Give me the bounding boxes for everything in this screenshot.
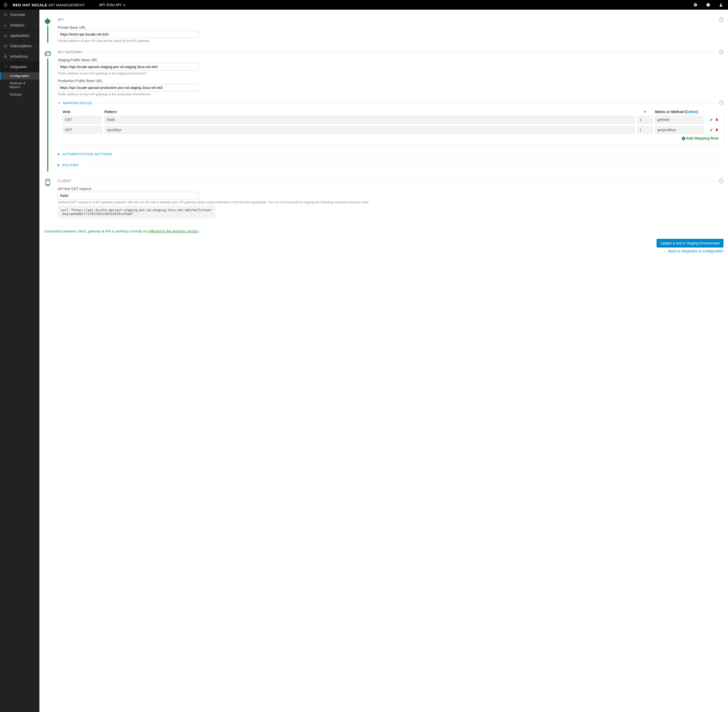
rule-metric-input[interactable]: [655, 126, 703, 134]
mapping-rules-section: ▼ MAPPING RULES ? Verb Pattern +: [58, 101, 724, 145]
section-title: CLIENT: [58, 179, 71, 183]
chart-icon: [4, 24, 7, 27]
curl-command: curl "https://api-3scale-apicast-staging…: [58, 206, 215, 218]
edit-icon[interactable]: [709, 118, 713, 122]
update-test-button[interactable]: Update & test in Staging Environment: [657, 239, 724, 248]
section-api: API ? Private Base URL Private address o…: [44, 17, 724, 43]
collapsible-label: POLICIES: [62, 163, 79, 167]
caret-right-icon: ▶: [58, 153, 60, 156]
col-header-verb: Verb: [62, 110, 102, 114]
section-title: API: [58, 18, 64, 22]
chevron-right-icon: ›: [36, 45, 37, 47]
sidebar-item-analytics[interactable]: Analytics ›: [0, 20, 39, 31]
sidebar-label: Applications: [10, 34, 30, 38]
define-link[interactable]: Define: [686, 110, 697, 114]
sidebar-sub-configuration[interactable]: Configuration: [0, 72, 39, 80]
svg-point-2: [720, 4, 721, 5]
section-title: API GATEWAY: [58, 50, 83, 54]
svg-point-7: [46, 54, 46, 54]
collapsible-label: AUTHENTICATION SETTINGS: [62, 152, 112, 156]
api-test-request-input[interactable]: [58, 192, 199, 199]
rule-verb-input[interactable]: [62, 126, 102, 134]
help-icon[interactable]: ?: [704, 3, 712, 7]
trash-icon[interactable]: [715, 118, 719, 122]
help-icon[interactable]: ?: [719, 179, 724, 183]
settings-gear-icon[interactable]: [691, 3, 700, 7]
trash-icon[interactable]: [715, 128, 719, 132]
mobile-icon: [44, 179, 52, 186]
server-icon: [44, 50, 52, 58]
brand-bold: RED HAT 3SCALE: [13, 3, 47, 7]
topbar: RED HAT 3SCALE API MANAGEMENT API: Echo …: [0, 0, 728, 10]
sidebar-label: Subscriptions: [10, 44, 31, 48]
help-icon[interactable]: ?: [719, 17, 724, 22]
chevron-down-icon: ⌄: [35, 65, 37, 68]
svg-point-11: [48, 185, 48, 185]
rule-metric-input[interactable]: [655, 116, 703, 123]
auth-settings-toggle[interactable]: ▶ AUTHENTICATION SETTINGS: [58, 152, 724, 156]
chevron-right-icon: ›: [36, 24, 37, 27]
sidebar-sub-settings[interactable]: Settings: [0, 91, 39, 98]
puzzle-icon: [44, 17, 52, 25]
section-gateway: API GATEWAY ? Staging Public Base URL Pu…: [44, 50, 724, 172]
help-icon[interactable]: ?: [719, 101, 724, 105]
field-label: Private Base URL: [58, 25, 724, 30]
cubes-icon: [4, 34, 7, 37]
rule-verb-input[interactable]: [62, 116, 102, 123]
col-header-metric: Metric or Method (Define): [655, 110, 703, 114]
field-label: API test GET request: [58, 187, 724, 191]
user-icon[interactable]: [717, 3, 725, 7]
field-hint: Private address of your API that will be…: [58, 39, 724, 43]
analytics-link[interactable]: reflected in the analytics section: [148, 229, 198, 233]
rule-pattern-input[interactable]: [104, 116, 635, 123]
sidebar-label: Overview: [10, 13, 25, 17]
mapping-rules-toggle[interactable]: ▼ MAPPING RULES ?: [58, 101, 724, 105]
caret-down-icon: ▼: [58, 101, 61, 104]
chevron-right-icon: ›: [36, 34, 37, 37]
field-label: Production Public Base URL: [58, 79, 724, 83]
field-hint: Public address of your API gateway in th…: [58, 72, 724, 75]
private-base-url-input[interactable]: [58, 31, 199, 38]
doc-icon: [4, 55, 7, 58]
brand-title: RED HAT 3SCALE API MANAGEMENT: [13, 3, 85, 7]
brand-light: API MANAGEMENT: [49, 3, 85, 7]
sidebar-item-subscriptions[interactable]: Subscriptions ›: [0, 41, 39, 51]
help-icon[interactable]: ?: [719, 50, 724, 54]
svg-rect-4: [5, 24, 6, 27]
col-header-pattern: Pattern: [104, 110, 635, 114]
caret-right-icon: ▶: [58, 163, 60, 167]
api-switcher-label: API: Echo API: [99, 3, 121, 7]
col-header-plus: +: [637, 110, 652, 114]
sidebar-item-overview[interactable]: Overview: [0, 10, 39, 20]
sidebar: Overview Analytics › Applications › Subs…: [0, 10, 39, 712]
production-url-input[interactable]: [58, 84, 199, 92]
collapsible-label: MAPPING RULES: [63, 101, 92, 105]
api-switcher[interactable]: API: Echo API: [99, 3, 126, 7]
chevron-down-icon: [123, 4, 126, 6]
cubes-icon: [4, 44, 7, 48]
sidebar-item-applications[interactable]: Applications ›: [0, 31, 39, 41]
edit-icon[interactable]: [709, 128, 713, 132]
sidebar-label: Analytics: [10, 23, 24, 27]
add-mapping-rule-button[interactable]: +Add Mapping Rule: [62, 136, 719, 140]
staging-url-input[interactable]: [58, 63, 199, 71]
brand-logo-icon: [3, 2, 8, 7]
field-hint: Optional GET request to a API gateway en…: [58, 200, 724, 204]
sidebar-sub-methods[interactable]: Methods & Metrics: [0, 80, 39, 91]
rule-pattern-input[interactable]: [104, 126, 635, 134]
connection-status: Connection between client, gateway & API…: [44, 229, 724, 233]
svg-text:?: ?: [707, 4, 709, 6]
rule-delta-input[interactable]: [637, 116, 652, 123]
sidebar-item-activedocs[interactable]: ActiveDocs: [0, 51, 39, 62]
wrench-icon: [4, 65, 7, 68]
field-label: Staging Public Base URL: [58, 58, 724, 62]
arrow-left-icon: ←: [663, 249, 667, 253]
mapping-rule-row: [62, 116, 719, 123]
main-content: API ? Private Base URL Private address o…: [39, 10, 728, 712]
back-link[interactable]: ← Back to Integration & Configuration: [663, 249, 724, 253]
plus-circle-icon: +: [682, 137, 685, 140]
rule-delta-input[interactable]: [637, 126, 652, 134]
policies-toggle[interactable]: ▶ POLICIES: [58, 163, 724, 167]
svg-rect-5: [6, 25, 7, 27]
sidebar-item-integration[interactable]: Integration ⌄: [0, 62, 39, 72]
